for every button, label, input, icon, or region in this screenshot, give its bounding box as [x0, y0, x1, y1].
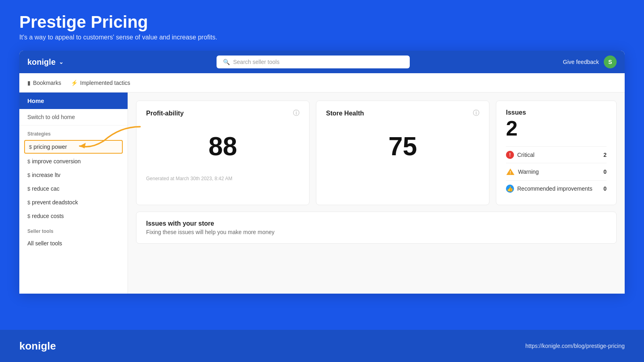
warning-icon-container: !	[506, 167, 515, 176]
sidebar-strategies-label: Strategies	[19, 125, 128, 139]
issues-card: Issues 2 ! Critical 2	[496, 101, 617, 205]
issue-left-critical: ! Critical	[506, 151, 535, 159]
profit-ability-info-icon[interactable]: ⓘ	[293, 109, 299, 117]
issue-left-warning: ! Warning	[506, 167, 539, 176]
store-health-header: Store Health ⓘ	[326, 109, 479, 117]
bookmarks-nav-item[interactable]: ▮ Bookmarks	[27, 75, 61, 91]
issues-title: Issues	[506, 109, 607, 116]
issues-store-title: Issues with your store	[146, 220, 607, 227]
page-title: Prestige Pricing	[19, 13, 625, 31]
sidebar-item-label: reduce cac	[32, 185, 59, 192]
critical-count: 2	[603, 152, 607, 158]
issue-row-recommended: 👍 Recommended improvements 0	[506, 180, 607, 197]
content-area: Profit-ability ⓘ 88 Generated at March 3…	[128, 93, 625, 294]
all-seller-tools-label: All seller tools	[27, 240, 62, 247]
issue-row-critical: ! Critical 2	[506, 146, 607, 163]
main-layout: Home Switch to old home Strategies $ pri…	[19, 93, 625, 294]
dollar-icon: $	[27, 186, 30, 192]
warning-label: Warning	[518, 169, 539, 175]
dollar-icon: $	[27, 213, 30, 219]
issues-count: 2	[506, 117, 607, 140]
sub-nav: ▮ Bookmarks ⚡ Implemented tactics	[19, 73, 625, 93]
issue-row-warning: ! Warning 0	[506, 163, 607, 180]
sidebar-seller-tools-label: Seller tools	[19, 223, 128, 237]
footer-logo: konigle	[19, 340, 56, 352]
footer-url: https://konigle.com/blog/prestige-pricin…	[525, 343, 625, 349]
sidebar-item-label: improve conversion	[32, 158, 80, 165]
sidebar-home-item[interactable]: Home	[19, 93, 128, 109]
recommended-count: 0	[603, 185, 607, 192]
lightning-icon: ⚡	[71, 80, 78, 86]
search-bar[interactable]: 🔍 Search seller tools	[217, 56, 410, 68]
store-health-value: 75	[326, 119, 479, 174]
sidebar-item-label: increase ltv	[32, 172, 60, 178]
sidebar-item-increase-ltv[interactable]: $ increase ltv	[19, 168, 128, 182]
sidebar-item-label: pricing power	[33, 144, 67, 150]
profit-ability-value: 88	[146, 119, 299, 174]
recommended-label: Recommended improvements	[517, 185, 592, 192]
sidebar-item-label: prevent deadstock	[32, 199, 78, 206]
critical-icon: !	[506, 151, 514, 159]
bookmarks-label: Bookmarks	[33, 80, 61, 86]
logo-area[interactable]: konigle ⌄	[27, 58, 64, 67]
store-health-info-icon[interactable]: ⓘ	[473, 109, 479, 117]
sidebar: Home Switch to old home Strategies $ pri…	[19, 93, 128, 294]
implemented-tactics-label: Implemented tactics	[80, 80, 130, 86]
dollar-icon: $	[27, 200, 30, 206]
store-health-title: Store Health	[326, 110, 364, 117]
widgets-row: Profit-ability ⓘ 88 Generated at March 3…	[136, 101, 617, 205]
critical-label: Critical	[517, 152, 535, 158]
profit-ability-generated: Generated at March 30th 2023, 8:42 AM	[146, 176, 299, 181]
warning-icon: !	[506, 167, 515, 176]
sidebar-item-reduce-costs[interactable]: $ reduce costs	[19, 209, 128, 223]
app-window: konigle ⌄ 🔍 Search seller tools Give fee…	[19, 51, 625, 294]
profit-ability-header: Profit-ability ⓘ	[146, 109, 299, 117]
issues-store-subtitle: Fixing these issues will help you make m…	[146, 229, 607, 235]
svg-text:!: !	[510, 171, 511, 175]
page-subtitle: It's a way to appeal to customers' sense…	[19, 34, 625, 41]
bottom-bar: konigle https://konigle.com/blog/prestig…	[0, 330, 644, 362]
sidebar-item-pricing-power[interactable]: $ pricing power	[24, 140, 123, 154]
issues-store-section: Issues with your store Fixing these issu…	[136, 212, 617, 244]
search-bar-container: 🔍 Search seller tools	[70, 56, 556, 68]
sidebar-item-label: reduce costs	[32, 213, 64, 219]
sidebar-item-reduce-cac[interactable]: $ reduce cac	[19, 182, 128, 195]
chevron-down-icon: ⌄	[59, 59, 64, 65]
bookmark-icon: ▮	[27, 80, 31, 86]
header-bar: konigle ⌄ 🔍 Search seller tools Give fee…	[19, 51, 625, 73]
issue-left-recommended: 👍 Recommended improvements	[506, 185, 592, 193]
logo-text: konigle	[27, 58, 56, 67]
implemented-tactics-nav-item[interactable]: ⚡ Implemented tactics	[71, 75, 130, 91]
store-health-card: Store Health ⓘ 75	[316, 101, 489, 205]
give-feedback-button[interactable]: Give feedback	[563, 59, 599, 65]
search-icon: 🔍	[223, 59, 230, 65]
sidebar-item-all-seller-tools[interactable]: All seller tools	[19, 237, 128, 250]
sidebar-item-improve-conversion[interactable]: $ improve conversion	[19, 154, 128, 168]
profit-ability-card: Profit-ability ⓘ 88 Generated at March 3…	[136, 101, 310, 205]
dollar-icon: $	[29, 144, 32, 150]
sidebar-item-prevent-deadstock[interactable]: $ prevent deadstock	[19, 195, 128, 209]
dollar-icon: $	[27, 172, 30, 178]
profit-ability-title: Profit-ability	[146, 110, 184, 117]
avatar[interactable]: S	[604, 56, 617, 68]
warning-count: 0	[603, 169, 607, 175]
recommended-icon: 👍	[506, 185, 514, 193]
header-right: Give feedback S	[563, 56, 617, 68]
search-placeholder-text: Search seller tools	[233, 59, 279, 65]
dollar-icon: $	[27, 158, 30, 165]
sidebar-switch-item[interactable]: Switch to old home	[19, 109, 128, 125]
